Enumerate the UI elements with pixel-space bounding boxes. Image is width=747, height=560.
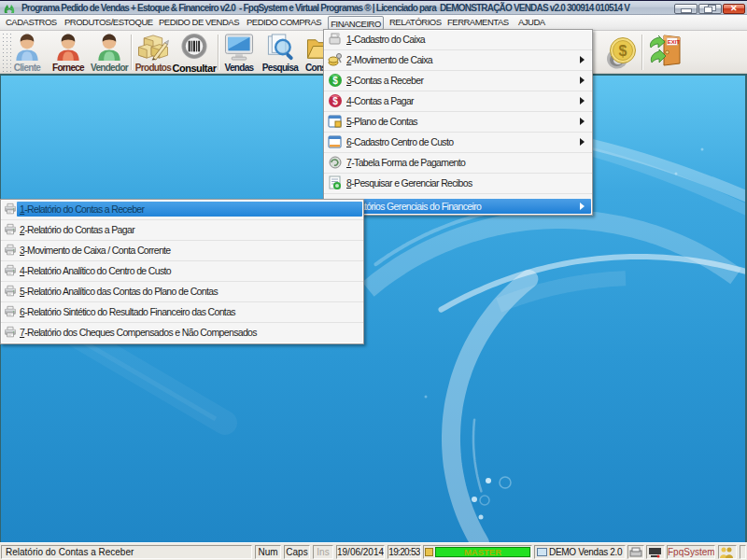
svg-text:$: $ <box>332 76 338 86</box>
svg-text:EXIT: EXIT <box>668 39 681 45</box>
svg-text:$: $ <box>619 43 627 59</box>
svg-text:$: $ <box>332 96 338 106</box>
